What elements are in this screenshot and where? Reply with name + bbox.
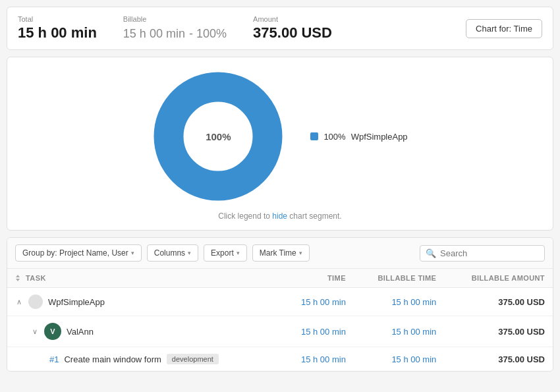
billable-stat: Billable 15 h 00 min - 100% (123, 15, 227, 42)
time-column-header: TIME (280, 269, 354, 288)
project-name: WpfSimpleApp (48, 297, 105, 307)
search-box[interactable]: 🔍 (420, 245, 545, 262)
task-time-cell: 15 h 00 min (280, 347, 354, 372)
amount-stat: Amount 375.00 USD (253, 15, 332, 42)
legend-project-name: WpfSimpleApp (351, 132, 408, 142)
project-billable-amount-cell: 375.00 USD (444, 288, 553, 316)
donut-center-label: 100% (206, 131, 231, 142)
project-icon (28, 294, 43, 309)
task-id: #1 (49, 354, 59, 364)
columns-label: Columns (154, 248, 185, 258)
table-header-row: TASK TIME BILLABLE TIME BILLABLE AMOUNT (7, 269, 553, 288)
billable-amount-column-header: BILLABLE AMOUNT (444, 269, 553, 288)
search-input[interactable] (440, 248, 539, 258)
table-panel: Group by: Project Name, User ▾ Columns ▾… (7, 237, 553, 372)
collapse-user-button[interactable]: ∨ (31, 327, 39, 336)
billable-value: 15 h 00 min - 100% (123, 24, 227, 42)
total-stat: Total 15 h 00 min (18, 15, 97, 42)
task-cell: #1 Create main window form development (7, 347, 280, 372)
avatar: V (44, 323, 61, 340)
table-row: #1 Create main window form development 1… (7, 347, 553, 372)
total-label: Total (18, 15, 97, 23)
table-row: ∨ V ValAnn 15 h 00 min 15 h 00 min 375.0… (7, 316, 553, 347)
group-by-button[interactable]: Group by: Project Name, User ▾ (15, 244, 142, 262)
stats-panel: Total 15 h 00 min Billable 15 h 00 min -… (7, 7, 553, 50)
legend-color-swatch (310, 132, 318, 140)
task-billable-time-cell: 15 h 00 min (354, 347, 444, 372)
mark-time-label: Mark Time (260, 248, 296, 258)
columns-chevron-icon: ▾ (188, 250, 191, 256)
task-billable-amount-cell: 375.00 USD (444, 347, 553, 372)
task-column-header: TASK (7, 269, 280, 288)
sort-icon (15, 275, 20, 281)
total-value: 15 h 00 min (18, 24, 97, 42)
donut-chart: 100% (152, 70, 284, 202)
project-task-cell: ∧ WpfSimpleApp (7, 288, 280, 316)
amount-value: 375.00 USD (253, 24, 332, 42)
data-table: TASK TIME BILLABLE TIME BILLABLE AMOUNT … (7, 269, 553, 371)
user-billable-amount-cell: 375.00 USD (444, 316, 553, 347)
task-name: Create main window form (64, 354, 161, 364)
user-name: ValAnn (67, 327, 94, 337)
amount-label: Amount (253, 15, 332, 23)
user-time-cell: 15 h 00 min (280, 316, 354, 347)
group-by-chevron-icon: ▾ (131, 250, 134, 256)
billable-time-column-header: BILLABLE TIME (354, 269, 444, 288)
chart-area: 100% 100% WpfSimpleApp (20, 70, 540, 202)
group-by-label: Group by: Project Name, User (22, 248, 128, 258)
chart-time-button[interactable]: Chart for: Time (466, 19, 542, 38)
legend-item[interactable]: 100% WpfSimpleApp (310, 132, 407, 142)
table-row: ∧ WpfSimpleApp 15 h 00 min 15 h 00 min 3… (7, 288, 553, 316)
export-chevron-icon: ▾ (237, 250, 240, 256)
chart-legend: 100% WpfSimpleApp (310, 132, 407, 142)
legend-percent: 100% (323, 132, 345, 142)
collapse-project-button[interactable]: ∧ (15, 298, 23, 306)
export-label: Export (211, 248, 234, 258)
export-button[interactable]: Export ▾ (204, 244, 247, 262)
project-time-cell: 15 h 00 min (280, 288, 354, 316)
columns-button[interactable]: Columns ▾ (147, 244, 198, 262)
chart-hint: Click legend to hide chart segment. (218, 211, 341, 221)
billable-label: Billable (123, 15, 227, 23)
mark-time-chevron-icon: ▾ (299, 250, 302, 256)
chart-panel: 100% 100% WpfSimpleApp Click legend to h… (7, 57, 553, 231)
mark-time-button[interactable]: Mark Time ▾ (252, 244, 310, 262)
task-tag: development (167, 354, 219, 364)
project-billable-time-cell: 15 h 00 min (354, 288, 444, 316)
user-billable-time-cell: 15 h 00 min (354, 316, 444, 347)
toolbar: Group by: Project Name, User ▾ Columns ▾… (7, 238, 553, 269)
search-icon: 🔍 (426, 248, 436, 258)
hide-link[interactable]: hide (272, 211, 287, 221)
user-task-cell: ∨ V ValAnn (7, 316, 280, 347)
